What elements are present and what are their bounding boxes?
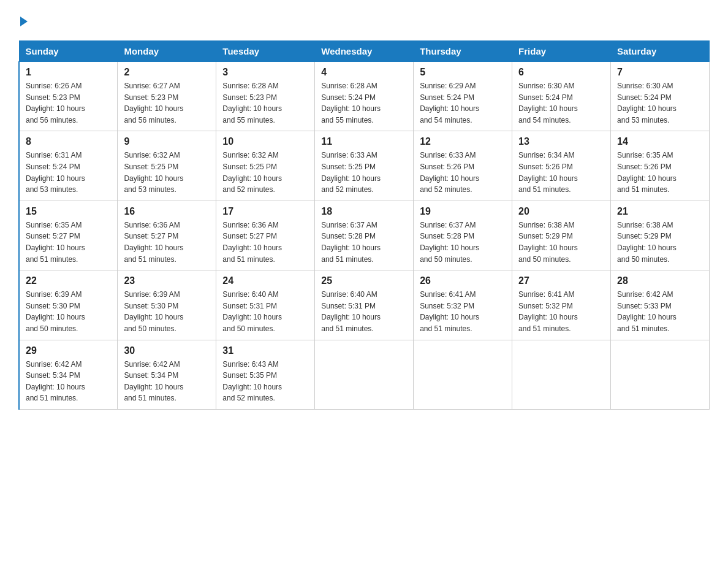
calendar-cell: 20 Sunrise: 6:38 AM Sunset: 5:29 PM Dayl… bbox=[512, 201, 611, 270]
calendar-week-2: 8 Sunrise: 6:31 AM Sunset: 5:24 PM Dayli… bbox=[19, 131, 710, 201]
day-info: Sunrise: 6:41 AM Sunset: 5:32 PM Dayligh… bbox=[518, 289, 604, 334]
day-number: 11 bbox=[321, 136, 407, 147]
col-header-thursday: Thursday bbox=[414, 41, 512, 62]
calendar-cell: 15 Sunrise: 6:35 AM Sunset: 5:27 PM Dayl… bbox=[19, 201, 118, 270]
day-number: 27 bbox=[518, 275, 604, 286]
day-info: Sunrise: 6:40 AM Sunset: 5:31 PM Dayligh… bbox=[222, 289, 308, 334]
day-number: 30 bbox=[124, 345, 210, 356]
calendar-cell: 2 Sunrise: 6:27 AM Sunset: 5:23 PM Dayli… bbox=[118, 62, 216, 131]
day-number: 19 bbox=[420, 206, 506, 217]
col-header-friday: Friday bbox=[512, 41, 611, 62]
calendar-cell: 30 Sunrise: 6:42 AM Sunset: 5:34 PM Dayl… bbox=[118, 340, 216, 409]
day-info: Sunrise: 6:27 AM Sunset: 5:23 PM Dayligh… bbox=[124, 80, 210, 126]
day-number: 13 bbox=[518, 136, 604, 147]
day-info: Sunrise: 6:42 AM Sunset: 5:33 PM Dayligh… bbox=[617, 289, 703, 334]
calendar-cell bbox=[611, 340, 710, 409]
calendar-cell bbox=[315, 340, 414, 409]
day-number: 14 bbox=[617, 136, 703, 147]
day-info: Sunrise: 6:33 AM Sunset: 5:26 PM Dayligh… bbox=[420, 150, 506, 195]
calendar-cell: 21 Sunrise: 6:38 AM Sunset: 5:29 PM Dayl… bbox=[611, 201, 710, 270]
logo-arrow-icon bbox=[20, 17, 28, 26]
day-info: Sunrise: 6:26 AM Sunset: 5:23 PM Dayligh… bbox=[26, 80, 111, 126]
day-info: Sunrise: 6:36 AM Sunset: 5:27 PM Dayligh… bbox=[222, 220, 308, 265]
calendar-cell: 10 Sunrise: 6:32 AM Sunset: 5:25 PM Dayl… bbox=[216, 131, 315, 201]
calendar-cell: 27 Sunrise: 6:41 AM Sunset: 5:32 PM Dayl… bbox=[512, 270, 611, 340]
day-info: Sunrise: 6:30 AM Sunset: 5:24 PM Dayligh… bbox=[617, 80, 703, 126]
day-number: 9 bbox=[124, 136, 210, 147]
day-info: Sunrise: 6:42 AM Sunset: 5:34 PM Dayligh… bbox=[124, 359, 210, 404]
day-info: Sunrise: 6:34 AM Sunset: 5:26 PM Dayligh… bbox=[518, 150, 604, 195]
calendar-cell bbox=[512, 340, 611, 409]
calendar-week-4: 22 Sunrise: 6:39 AM Sunset: 5:30 PM Dayl… bbox=[19, 270, 710, 340]
calendar-cell: 9 Sunrise: 6:32 AM Sunset: 5:25 PM Dayli… bbox=[118, 131, 216, 201]
calendar-cell: 16 Sunrise: 6:36 AM Sunset: 5:27 PM Dayl… bbox=[118, 201, 216, 270]
day-number: 23 bbox=[124, 275, 210, 286]
day-info: Sunrise: 6:38 AM Sunset: 5:29 PM Dayligh… bbox=[518, 220, 604, 265]
calendar-cell: 7 Sunrise: 6:30 AM Sunset: 5:24 PM Dayli… bbox=[611, 62, 710, 131]
day-info: Sunrise: 6:29 AM Sunset: 5:24 PM Dayligh… bbox=[420, 80, 506, 126]
day-info: Sunrise: 6:35 AM Sunset: 5:27 PM Dayligh… bbox=[26, 220, 111, 265]
calendar-cell: 8 Sunrise: 6:31 AM Sunset: 5:24 PM Dayli… bbox=[19, 131, 118, 201]
day-number: 28 bbox=[617, 275, 703, 286]
day-number: 18 bbox=[321, 206, 407, 217]
col-header-tuesday: Tuesday bbox=[216, 41, 315, 62]
calendar-cell: 5 Sunrise: 6:29 AM Sunset: 5:24 PM Dayli… bbox=[414, 62, 512, 131]
calendar-cell: 4 Sunrise: 6:28 AM Sunset: 5:24 PM Dayli… bbox=[315, 62, 414, 131]
day-number: 4 bbox=[321, 67, 407, 78]
calendar-cell: 1 Sunrise: 6:26 AM Sunset: 5:23 PM Dayli… bbox=[19, 62, 118, 131]
day-info: Sunrise: 6:28 AM Sunset: 5:23 PM Dayligh… bbox=[222, 80, 308, 126]
day-info: Sunrise: 6:36 AM Sunset: 5:27 PM Dayligh… bbox=[124, 220, 210, 265]
day-number: 8 bbox=[26, 136, 111, 147]
day-number: 2 bbox=[124, 67, 210, 78]
calendar-cell: 14 Sunrise: 6:35 AM Sunset: 5:26 PM Dayl… bbox=[611, 131, 710, 201]
day-info: Sunrise: 6:42 AM Sunset: 5:34 PM Dayligh… bbox=[26, 359, 111, 404]
day-info: Sunrise: 6:31 AM Sunset: 5:24 PM Dayligh… bbox=[26, 150, 111, 195]
day-info: Sunrise: 6:28 AM Sunset: 5:24 PM Dayligh… bbox=[321, 80, 407, 126]
col-header-wednesday: Wednesday bbox=[315, 41, 414, 62]
page-header bbox=[18, 12, 710, 28]
calendar-cell: 22 Sunrise: 6:39 AM Sunset: 5:30 PM Dayl… bbox=[19, 270, 118, 340]
col-header-monday: Monday bbox=[118, 41, 216, 62]
day-number: 21 bbox=[617, 206, 703, 217]
calendar-cell: 17 Sunrise: 6:36 AM Sunset: 5:27 PM Dayl… bbox=[216, 201, 315, 270]
day-number: 12 bbox=[420, 136, 506, 147]
day-info: Sunrise: 6:41 AM Sunset: 5:32 PM Dayligh… bbox=[420, 289, 506, 334]
day-number: 22 bbox=[26, 275, 111, 286]
calendar-cell bbox=[414, 340, 512, 409]
day-number: 10 bbox=[222, 136, 308, 147]
day-info: Sunrise: 6:32 AM Sunset: 5:25 PM Dayligh… bbox=[124, 150, 210, 195]
day-info: Sunrise: 6:38 AM Sunset: 5:29 PM Dayligh… bbox=[617, 220, 703, 265]
calendar-cell: 26 Sunrise: 6:41 AM Sunset: 5:32 PM Dayl… bbox=[414, 270, 512, 340]
day-number: 15 bbox=[26, 206, 111, 217]
calendar-week-5: 29 Sunrise: 6:42 AM Sunset: 5:34 PM Dayl… bbox=[19, 340, 710, 409]
day-number: 6 bbox=[518, 67, 604, 78]
calendar-cell: 23 Sunrise: 6:39 AM Sunset: 5:30 PM Dayl… bbox=[118, 270, 216, 340]
calendar-week-1: 1 Sunrise: 6:26 AM Sunset: 5:23 PM Dayli… bbox=[19, 62, 710, 131]
col-header-sunday: Sunday bbox=[19, 41, 118, 62]
day-info: Sunrise: 6:33 AM Sunset: 5:25 PM Dayligh… bbox=[321, 150, 407, 195]
day-info: Sunrise: 6:37 AM Sunset: 5:28 PM Dayligh… bbox=[420, 220, 506, 265]
calendar-cell: 24 Sunrise: 6:40 AM Sunset: 5:31 PM Dayl… bbox=[216, 270, 315, 340]
day-number: 24 bbox=[222, 275, 308, 286]
day-number: 5 bbox=[420, 67, 506, 78]
day-info: Sunrise: 6:37 AM Sunset: 5:28 PM Dayligh… bbox=[321, 220, 407, 265]
calendar-cell: 28 Sunrise: 6:42 AM Sunset: 5:33 PM Dayl… bbox=[611, 270, 710, 340]
calendar-header-row: SundayMondayTuesdayWednesdayThursdayFrid… bbox=[19, 41, 710, 62]
col-header-saturday: Saturday bbox=[611, 41, 710, 62]
calendar-cell: 13 Sunrise: 6:34 AM Sunset: 5:26 PM Dayl… bbox=[512, 131, 611, 201]
calendar-cell: 12 Sunrise: 6:33 AM Sunset: 5:26 PM Dayl… bbox=[414, 131, 512, 201]
logo bbox=[18, 12, 29, 28]
day-info: Sunrise: 6:39 AM Sunset: 5:30 PM Dayligh… bbox=[26, 289, 111, 334]
day-info: Sunrise: 6:32 AM Sunset: 5:25 PM Dayligh… bbox=[222, 150, 308, 195]
calendar-cell: 25 Sunrise: 6:40 AM Sunset: 5:31 PM Dayl… bbox=[315, 270, 414, 340]
day-number: 17 bbox=[222, 206, 308, 217]
day-info: Sunrise: 6:39 AM Sunset: 5:30 PM Dayligh… bbox=[124, 289, 210, 334]
day-number: 26 bbox=[420, 275, 506, 286]
calendar-cell: 6 Sunrise: 6:30 AM Sunset: 5:24 PM Dayli… bbox=[512, 62, 611, 131]
day-number: 3 bbox=[222, 67, 308, 78]
day-info: Sunrise: 6:43 AM Sunset: 5:35 PM Dayligh… bbox=[222, 359, 308, 404]
calendar-cell: 11 Sunrise: 6:33 AM Sunset: 5:25 PM Dayl… bbox=[315, 131, 414, 201]
day-number: 29 bbox=[26, 345, 111, 356]
calendar-cell: 29 Sunrise: 6:42 AM Sunset: 5:34 PM Dayl… bbox=[19, 340, 118, 409]
day-info: Sunrise: 6:40 AM Sunset: 5:31 PM Dayligh… bbox=[321, 289, 407, 334]
